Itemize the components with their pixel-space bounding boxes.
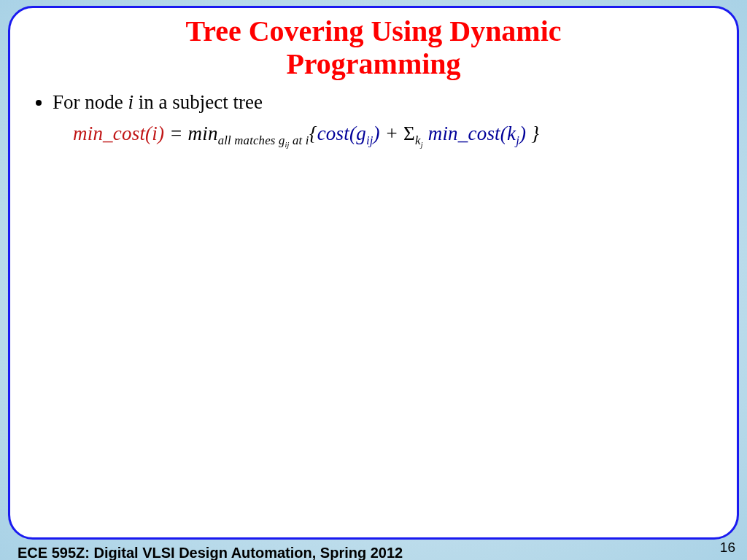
bullet-item: For node i in a subject tree	[53, 90, 715, 115]
eq-sigma: Σ	[403, 122, 415, 144]
eq-mincost-k: min_cost(k	[428, 122, 516, 144]
equation: min_cost(i) = minall matches gij at i{co…	[73, 121, 715, 150]
slide-card: Tree Covering Using Dynamic Programming …	[8, 6, 739, 540]
bullet-text-pre: For node	[53, 91, 128, 113]
slide-title: Tree Covering Using Dynamic Programming	[32, 15, 715, 81]
eq-sigma-sub-k: k	[415, 133, 421, 147]
eq-min-sub-a: all matches g	[218, 133, 285, 147]
eq-cost: cost(g	[317, 122, 366, 144]
eq-sigma-sub: kj	[415, 133, 423, 147]
eq-space	[423, 122, 428, 144]
title-line-1: Tree Covering Using Dynamic	[185, 15, 561, 47]
slide-body: For node i in a subject tree min_cost(i)…	[32, 90, 715, 150]
eq-cost-ij: ij	[366, 133, 374, 147]
title-line-2: Programming	[286, 47, 460, 80]
eq-min: min	[188, 122, 218, 144]
eq-equals: =	[164, 122, 187, 144]
eq-mincost-close: )	[519, 122, 526, 144]
eq-cost-close: )	[374, 122, 380, 144]
slide-background: Tree Covering Using Dynamic Programming …	[0, 0, 747, 560]
eq-rbrace: }	[526, 122, 539, 144]
eq-min-subscript: all matches gij at i	[218, 133, 309, 147]
bullet-var-i: i	[128, 91, 134, 113]
eq-plus: +	[380, 122, 403, 144]
eq-lhs: min_cost(i)	[73, 122, 164, 144]
page-number: 16	[720, 540, 735, 556]
bullet-text-post: in a subject tree	[133, 91, 263, 113]
bullet-list: For node i in a subject tree	[32, 90, 715, 115]
eq-lbrace: {	[309, 122, 317, 144]
eq-min-sub-b: at i	[290, 133, 309, 147]
footer-course: ECE 595Z: Digital VLSI Design Automation…	[18, 545, 403, 560]
